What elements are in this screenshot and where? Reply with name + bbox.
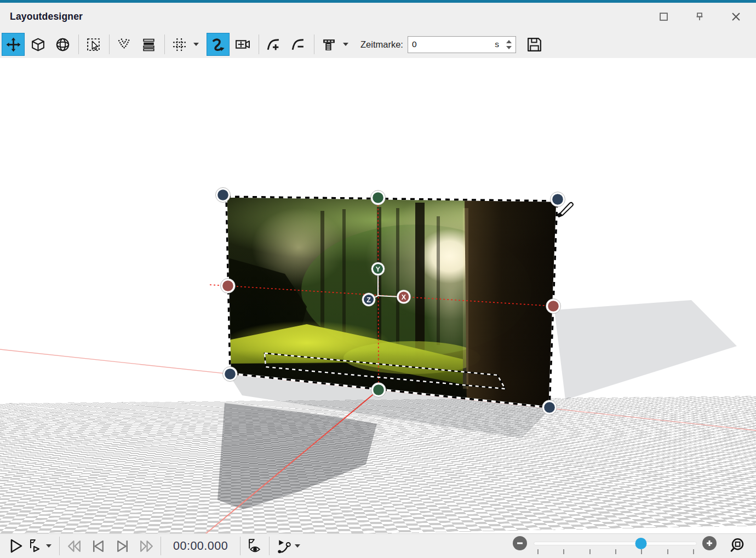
toolbar-separator <box>164 34 165 54</box>
previous-frame-button[interactable] <box>88 536 108 556</box>
zoom-fit-button[interactable] <box>728 535 747 556</box>
move-tool-button[interactable] <box>2 33 25 56</box>
zeitmarke-field: s <box>408 36 516 53</box>
play-from-marker-icon <box>26 537 44 555</box>
zeitmarke-spin-down[interactable] <box>506 46 512 49</box>
scene-overlay: Y Z X <box>0 58 756 533</box>
gizmo-z-handle[interactable]: Z <box>362 293 376 307</box>
sphere-tool-button[interactable] <box>51 33 74 56</box>
zoom-tick <box>693 549 694 554</box>
zoom-fit-icon <box>729 537 746 554</box>
move-icon <box>6 37 21 52</box>
zoom-tick <box>537 549 539 554</box>
zoom-slider-thumb[interactable] <box>635 538 647 549</box>
keyframe-list-button[interactable] <box>317 33 340 56</box>
handle-top-middle[interactable] <box>371 191 386 205</box>
keyframe-list-dropdown-caret[interactable] <box>343 43 348 46</box>
play-options-caret[interactable] <box>46 544 51 548</box>
curve-mode-button[interactable] <box>207 33 230 56</box>
preview-visibility-button[interactable] <box>245 536 265 556</box>
zoom-in-icon <box>706 539 713 547</box>
bottombar-separator <box>161 537 161 555</box>
curve-remove-point-button[interactable] <box>287 33 310 56</box>
keyframe-list-icon <box>322 37 336 52</box>
layoutdesigner-window: Layoutdesigner <box>0 0 756 558</box>
bottombar-separator <box>59 537 60 555</box>
handle-bottom-middle[interactable] <box>371 383 386 398</box>
rewind-button[interactable] <box>64 536 84 556</box>
curve-add-point-button[interactable] <box>262 33 285 56</box>
previous-frame-icon <box>89 538 107 555</box>
save-floppy-icon <box>526 36 543 53</box>
handle-middle-left[interactable] <box>221 279 236 294</box>
bottombar-separator <box>240 537 240 555</box>
dotted-path-tool-button[interactable] <box>112 33 135 56</box>
cube-icon <box>31 37 45 52</box>
zoom-tick <box>615 549 616 554</box>
marquee-select-icon <box>86 37 101 52</box>
toolbar-separator <box>78 34 79 54</box>
gizmo-x-label: X <box>402 294 406 301</box>
curve-play-options-caret[interactable] <box>295 544 300 548</box>
titlebar: Layoutdesigner <box>0 3 756 31</box>
toolbar-separator <box>109 34 110 54</box>
play-from-marker-button[interactable] <box>25 536 45 556</box>
zoom-in-button[interactable] <box>702 536 717 550</box>
pin-button[interactable] <box>691 8 708 25</box>
grid-toggle-button[interactable] <box>168 33 191 56</box>
zoom-controls <box>513 534 756 558</box>
zoom-tick <box>589 549 591 554</box>
zeitmarke-label: Zeitmarke: <box>360 39 403 50</box>
zoom-tick <box>667 549 668 554</box>
save-button[interactable] <box>524 33 546 56</box>
maximize-button[interactable] <box>655 8 672 25</box>
rewind-icon <box>65 538 83 555</box>
marquee-select-tool-button[interactable] <box>82 33 105 56</box>
grid-dropdown-caret[interactable] <box>193 43 199 46</box>
gizmo-y-handle[interactable]: Y <box>371 262 385 276</box>
curve-icon <box>210 37 226 52</box>
curve-play-button[interactable] <box>274 536 294 556</box>
zoom-slider-ticks <box>538 549 694 555</box>
gizmo-x-handle[interactable]: X <box>397 290 411 304</box>
toolbar-separator <box>314 34 314 54</box>
main-toolbar: Zeitmarke: s <box>0 31 756 58</box>
next-frame-button[interactable] <box>112 536 132 556</box>
maximize-icon <box>660 13 668 21</box>
preview-eye-icon <box>246 537 264 555</box>
time-display: 00:00.000 <box>173 539 228 553</box>
curve-add-icon <box>266 37 281 52</box>
dotted-path-icon <box>117 37 131 52</box>
camera-move-icon <box>235 37 250 52</box>
handle-top-left[interactable] <box>216 188 231 203</box>
close-icon <box>732 13 740 21</box>
layers-icon <box>141 37 156 52</box>
play-button[interactable] <box>5 536 25 556</box>
curve-remove-icon <box>290 37 306 52</box>
fast-forward-button[interactable] <box>136 536 156 556</box>
toolbar-separator <box>259 34 259 54</box>
next-frame-icon <box>113 538 131 555</box>
gizmo-y-label: Y <box>376 266 381 273</box>
close-button[interactable] <box>728 8 744 25</box>
handle-top-right[interactable] <box>551 192 565 207</box>
zeitmarke-unit: s <box>495 39 499 49</box>
handle-middle-right[interactable] <box>546 299 561 314</box>
3d-canvas[interactable]: Y Z X <box>0 58 756 533</box>
bottombar-separator <box>269 537 270 555</box>
zoom-slider-track[interactable] <box>534 542 697 545</box>
zoom-out-button[interactable] <box>513 536 527 550</box>
zoom-out-icon <box>516 539 524 547</box>
handle-bottom-left[interactable] <box>223 367 238 382</box>
cube-tool-button[interactable] <box>26 33 49 56</box>
handle-bottom-right[interactable] <box>542 400 557 415</box>
camera-move-button[interactable] <box>231 33 254 56</box>
fast-forward-icon <box>138 538 156 555</box>
play-icon <box>7 537 24 555</box>
pin-icon <box>695 12 704 21</box>
window-title: Layoutdesigner <box>10 11 83 22</box>
zeitmarke-input[interactable] <box>412 39 495 49</box>
layers-tool-button[interactable] <box>137 33 160 56</box>
zeitmarke-spin-up[interactable] <box>506 40 512 43</box>
playback-bar: 00:00.000 <box>0 533 756 558</box>
